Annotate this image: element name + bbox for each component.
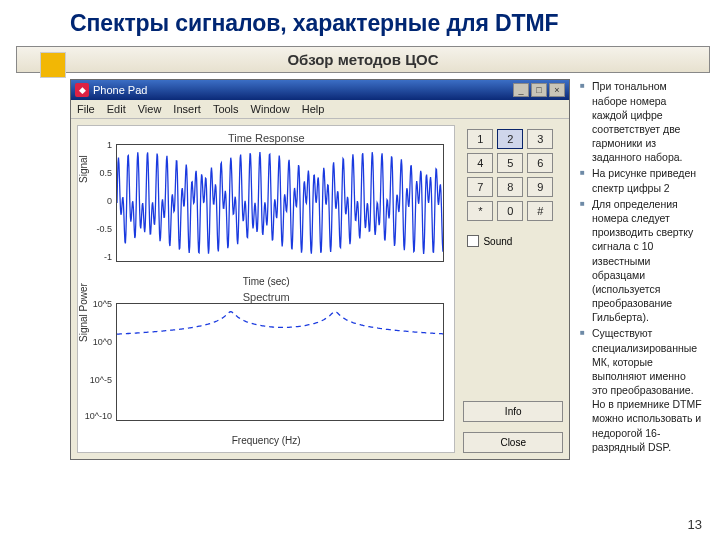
time-plot-title: Time Response (82, 132, 450, 144)
menu-window[interactable]: Window (251, 103, 290, 115)
key-5[interactable]: 5 (497, 153, 523, 173)
note-item: На рисунке приведен спектр цифры 2 (592, 166, 702, 194)
plot-area: Time Response Signal 1 0.5 0 -0.5 -1 (77, 125, 455, 453)
ytick: 10^0 (84, 337, 112, 347)
notes: При тональном наборе номера каждой цифре… (580, 79, 702, 460)
key-7[interactable]: 7 (467, 177, 493, 197)
close-button[interactable]: Close (463, 432, 563, 453)
sound-label: Sound (483, 236, 512, 247)
ytick: 10^-5 (84, 375, 112, 385)
menu-insert[interactable]: Insert (173, 103, 201, 115)
menu-file[interactable]: File (77, 103, 95, 115)
note-item: Для определения номера следует производи… (592, 197, 702, 325)
note-item: При тональном наборе номера каждой цифре… (592, 79, 702, 164)
key-4[interactable]: 4 (467, 153, 493, 173)
ytick: -0.5 (84, 224, 112, 234)
time-wave (117, 145, 443, 261)
key-0[interactable]: 0 (497, 201, 523, 221)
sound-checkbox[interactable] (467, 235, 479, 247)
app-title: Phone Pad (93, 84, 147, 96)
app-window: ◆ Phone Pad _ □ × File Edit View Insert … (70, 79, 570, 460)
menu-help[interactable]: Help (302, 103, 325, 115)
ytick: 10^5 (84, 299, 112, 309)
spec-xlabel: Frequency (Hz) (82, 435, 450, 446)
maximize-button[interactable]: □ (531, 83, 547, 97)
spectrum-plot-title: Spectrum (82, 291, 450, 303)
key-2[interactable]: 2 (497, 129, 523, 149)
accent-square (40, 52, 66, 78)
ytick: 1 (84, 140, 112, 150)
menu-tools[interactable]: Tools (213, 103, 239, 115)
minimize-button[interactable]: _ (513, 83, 529, 97)
sound-row: Sound (463, 231, 563, 251)
titlebar[interactable]: ◆ Phone Pad _ □ × (71, 80, 569, 100)
subtitle-band: Обзор методов ЦОС (16, 46, 710, 73)
key-8[interactable]: 8 (497, 177, 523, 197)
page-title: Спектры сигналов, характерные для DTMF (70, 10, 702, 36)
time-xlabel: Time (sec) (82, 276, 450, 287)
app-icon: ◆ (75, 83, 89, 97)
ytick: 0.5 (84, 168, 112, 178)
spectrum-plot: Spectrum Signal Power 10^5 10^0 10^-5 10… (82, 291, 450, 446)
time-plot: Time Response Signal 1 0.5 0 -0.5 -1 (82, 132, 450, 287)
ytick: 0 (84, 196, 112, 206)
key-1[interactable]: 1 (467, 129, 493, 149)
spectrum-curve (117, 304, 443, 420)
key-9[interactable]: 9 (527, 177, 553, 197)
key-*[interactable]: * (467, 201, 493, 221)
info-button[interactable]: Info (463, 401, 563, 422)
close-window-button[interactable]: × (549, 83, 565, 97)
spec-ylabel: Signal Power (78, 284, 89, 343)
ytick: 10^-10 (84, 411, 112, 421)
key-6[interactable]: 6 (527, 153, 553, 173)
page-number: 13 (688, 517, 702, 532)
ytick: -1 (84, 252, 112, 262)
window-buttons: _ □ × (513, 83, 565, 97)
menu-edit[interactable]: Edit (107, 103, 126, 115)
menubar: File Edit View Insert Tools Window Help (71, 100, 569, 119)
note-item: Существуют специализированные МК, которы… (592, 326, 702, 454)
key-3[interactable]: 3 (527, 129, 553, 149)
menu-view[interactable]: View (138, 103, 162, 115)
key-#[interactable]: # (527, 201, 553, 221)
side-panel: 123456789*0# Sound Info Close (463, 125, 563, 453)
keypad: 123456789*0# (463, 125, 563, 225)
